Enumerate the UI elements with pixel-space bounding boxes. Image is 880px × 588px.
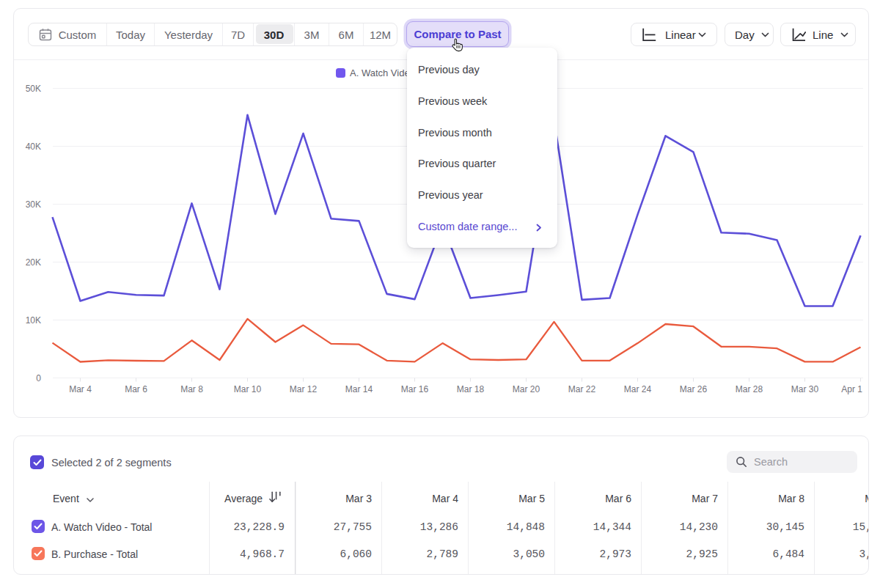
- svg-text:Mar 18: Mar 18: [457, 384, 485, 394]
- svg-text:Mar 4: Mar 4: [69, 384, 92, 394]
- svg-text:Mar 16: Mar 16: [401, 384, 429, 394]
- svg-text:40K: 40K: [26, 142, 41, 152]
- svg-text:Mar 10: Mar 10: [234, 384, 262, 394]
- svg-text:20K: 20K: [26, 257, 41, 268]
- svg-text:Mar 20: Mar 20: [513, 384, 540, 394]
- svg-text:Mar 24: Mar 24: [624, 384, 652, 394]
- svg-text:10K: 10K: [26, 315, 41, 326]
- svg-text:Mar 28: Mar 28: [736, 384, 763, 394]
- svg-text:50K: 50K: [26, 84, 41, 94]
- svg-text:Mar 14: Mar 14: [345, 384, 373, 394]
- svg-text:Mar 26: Mar 26: [680, 384, 708, 394]
- svg-text:30K: 30K: [26, 199, 41, 210]
- svg-text:Mar 8: Mar 8: [180, 384, 203, 394]
- svg-text:Apr 1: Apr 1: [841, 384, 862, 394]
- svg-text:Mar 12: Mar 12: [290, 384, 318, 394]
- svg-text:Mar 6: Mar 6: [125, 384, 147, 394]
- svg-text:0: 0: [36, 373, 41, 383]
- svg-text:Mar 30: Mar 30: [791, 384, 819, 394]
- svg-text:Mar 22: Mar 22: [568, 384, 596, 394]
